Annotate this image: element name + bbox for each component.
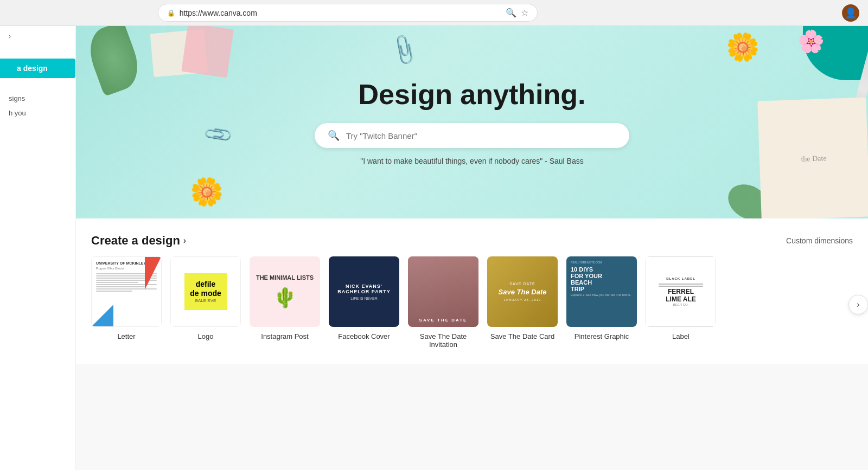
design-item-label-letter: Letter bbox=[117, 332, 135, 340]
label-brand-name: FERRELLIME ALE bbox=[666, 288, 696, 303]
create-title: Create a design › bbox=[91, 234, 186, 248]
facebook-thumbnail: NICK EVANS' BACHELOR PARTY LIFE IS NEVER bbox=[329, 256, 399, 327]
save-date-detail: JANUARY 25, 2019 bbox=[504, 298, 541, 301]
pinterest-headline: 10 DIYSFOR YOURBEACHTRIP bbox=[571, 266, 633, 292]
logo-thumbnail: defile de mode BALE EVE bbox=[170, 256, 241, 327]
save-date-invitation-thumbnail: SAVE THE DATE bbox=[408, 256, 478, 327]
design-item-save-date-card[interactable]: SAVE DATE Save The Date JANUARY 25, 2019… bbox=[487, 256, 558, 349]
design-item-thumb-label: BLACK LABEL FERRELLIME ALE BEER CO. bbox=[646, 256, 716, 327]
design-item-label-item[interactable]: BLACK LABEL FERRELLIME ALE BEER CO. Labe… bbox=[646, 256, 716, 349]
browser-chrome: 🔒 https://www.canva.com 🔍 ☆ 👤 bbox=[0, 0, 868, 26]
design-item-thumb-save-date-inv: SAVE THE DATE bbox=[408, 256, 478, 327]
design-item-thumb-pinterest: REALLYGREASITE.COM 10 DIYSFOR YOURBEACHT… bbox=[566, 256, 637, 327]
save-date-card-thumbnail: SAVE DATE Save The Date JANUARY 25, 2019 bbox=[487, 256, 558, 327]
logo-sub: BALE EVE bbox=[190, 298, 221, 304]
facebook-party-title: NICK EVANS' BACHELOR PARTY bbox=[329, 284, 399, 294]
pinterest-sub: Explore + See how you can do it at home. bbox=[571, 293, 633, 297]
design-item-save-date-invitation[interactable]: SAVE THE DATE Save The DateInvitation bbox=[408, 256, 478, 349]
pinterest-url: REALLYGREASITE.COM bbox=[571, 261, 633, 264]
save-date-inv-text: SAVE THE DATE bbox=[415, 313, 472, 327]
carousel-next-arrow[interactable]: › bbox=[848, 295, 868, 314]
design-item-facebook[interactable]: NICK EVANS' BACHELOR PARTY LIFE IS NEVER… bbox=[329, 256, 399, 349]
hero-content: Design anything. 🔍 "I want to make beaut… bbox=[304, 68, 640, 176]
custom-dimensions-link[interactable]: Custom dimensions bbox=[786, 236, 853, 245]
main-content: 📎 🌼 🌸 📎 🌼 the Date Design anything. 🔍 "I… bbox=[76, 26, 868, 470]
lock-icon: 🔒 bbox=[167, 9, 175, 17]
design-item-label-facebook: Facebook Cover bbox=[338, 332, 390, 340]
design-item-label-logo: Logo bbox=[198, 332, 214, 340]
create-header: Create a design › Custom dimensions bbox=[76, 234, 868, 256]
design-item-label-save-date-inv: Save The DateInvitation bbox=[420, 332, 467, 349]
design-item-instagram[interactable]: THE MINIMAL LISTS 🌵 Instagram Post bbox=[250, 256, 320, 349]
logo-inner: defile de mode BALE EVE bbox=[184, 273, 227, 310]
hero-quote: "I want to make beautiful things, even i… bbox=[315, 157, 629, 165]
create-section: Create a design › Custom dimensions UNIV… bbox=[76, 218, 868, 364]
browser-search-icon[interactable]: 🔍 bbox=[506, 8, 516, 18]
design-items-wrapper: UNIVERSITY OF MCKINLEY Program Office Di… bbox=[76, 256, 868, 353]
sidebar-chevron[interactable]: › bbox=[9, 33, 11, 40]
label-decorative-lines bbox=[659, 282, 703, 288]
bookmark-star-icon[interactable]: ☆ bbox=[521, 8, 528, 18]
hero-banner: 📎 🌼 🌸 📎 🌼 the Date Design anything. 🔍 "I… bbox=[76, 26, 868, 218]
pinterest-thumbnail: REALLYGREASITE.COM 10 DIYSFOR YOURBEACHT… bbox=[566, 256, 637, 327]
design-item-thumb-logo: defile de mode BALE EVE bbox=[170, 256, 241, 327]
sidebar-item-signs[interactable]: signs bbox=[7, 91, 69, 106]
design-item-label-pinterest: Pinterest Graphic bbox=[575, 332, 629, 340]
design-item-label-instagram: Instagram Post bbox=[261, 332, 308, 340]
sidebar: › a design signs h you bbox=[0, 26, 76, 470]
design-item-thumb-letter: UNIVERSITY OF MCKINLEY Program Office Di… bbox=[91, 256, 162, 327]
create-design-button[interactable]: a design bbox=[0, 59, 75, 78]
instagram-title: THE MINIMAL LISTS bbox=[256, 274, 314, 281]
design-items-carousel: UNIVERSITY OF MCKINLEY Program Office Di… bbox=[91, 256, 853, 353]
hero-search-icon: 🔍 bbox=[328, 130, 340, 141]
letter-thumbnail: UNIVERSITY OF MCKINLEY Program Office Di… bbox=[91, 256, 162, 327]
save-date-small-label: SAVE DATE bbox=[509, 282, 535, 286]
design-item-thumb-facebook: NICK EVANS' BACHELOR PARTY LIFE IS NEVER bbox=[329, 256, 399, 327]
user-avatar[interactable]: 👤 bbox=[842, 4, 859, 22]
save-the-date-big-text: Save The Date bbox=[499, 288, 547, 296]
design-item-pinterest[interactable]: REALLYGREASITE.COM 10 DIYSFOR YOURBEACHT… bbox=[566, 256, 637, 349]
design-item-thumb-save-date-card: SAVE DATE Save The Date JANUARY 25, 2019 bbox=[487, 256, 558, 327]
hero-search-bar[interactable]: 🔍 bbox=[315, 123, 629, 148]
page-wrapper: › a design signs h you 📎 🌼 🌸 📎 🌼 the Dat… bbox=[0, 26, 868, 470]
letter-triangle-red bbox=[145, 257, 161, 289]
design-item-logo[interactable]: defile de mode BALE EVE Logo bbox=[170, 256, 241, 349]
design-item-letter[interactable]: UNIVERSITY OF MCKINLEY Program Office Di… bbox=[91, 256, 162, 349]
design-item-label-label: Label bbox=[672, 332, 690, 340]
hero-search-input[interactable] bbox=[346, 131, 616, 140]
create-title-arrow[interactable]: › bbox=[183, 236, 186, 246]
logo-line1: defile bbox=[190, 280, 221, 289]
hero-title: Design anything. bbox=[315, 79, 629, 110]
label-thumbnail: BLACK LABEL FERRELLIME ALE BEER CO. bbox=[646, 256, 716, 327]
design-item-label-save-date-card: Save The Date Card bbox=[490, 332, 554, 340]
letter-triangle-blue bbox=[92, 305, 113, 326]
cactus-icon: 🌵 bbox=[273, 286, 297, 309]
facebook-subtitle: LIFE IS NEVER bbox=[350, 297, 377, 300]
sidebar-item-you[interactable]: h you bbox=[7, 106, 69, 120]
label-brand-header: BLACK LABEL bbox=[666, 277, 695, 280]
create-title-text: Create a design bbox=[91, 234, 180, 248]
address-bar[interactable]: 🔒 https://www.canva.com 🔍 ☆ bbox=[158, 4, 538, 22]
label-sub: BEER CO. bbox=[673, 303, 689, 306]
instagram-thumbnail: THE MINIMAL LISTS 🌵 bbox=[250, 256, 320, 327]
url-text: https://www.canva.com bbox=[180, 9, 501, 17]
logo-line2: de mode bbox=[190, 289, 221, 298]
design-item-thumb-instagram: THE MINIMAL LISTS 🌵 bbox=[250, 256, 320, 327]
sidebar-nav: signs h you bbox=[0, 91, 75, 120]
